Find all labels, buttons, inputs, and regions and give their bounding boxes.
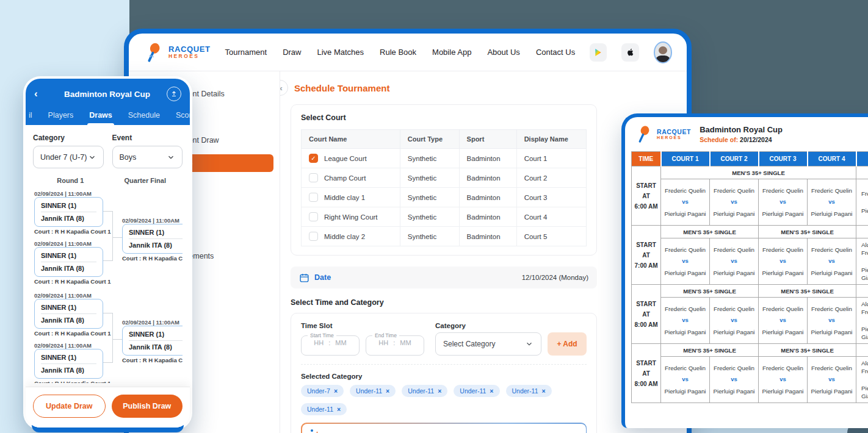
nav-link-rule-book[interactable]: Rule Book (380, 48, 416, 57)
tab-draws[interactable]: Draws (81, 106, 120, 125)
tab-players[interactable]: Players (40, 106, 82, 125)
logo-text: RACQUET HEROES (657, 129, 691, 140)
player-2: Pierluigi Pagani (661, 269, 709, 277)
tab-scorer[interactable]: Scorer (168, 106, 190, 125)
filters-row: Category Under 7 (U-7) Event Boys (33, 134, 183, 168)
update-draw-button[interactable]: Update Draw (33, 395, 106, 418)
category-cell (856, 344, 868, 357)
mobile-draw-panel: ‹ Badminton Royal Cup ilPlayersDrawsSche… (23, 76, 192, 430)
time-colon: : (393, 339, 395, 346)
court-checkbox[interactable] (309, 154, 318, 163)
match-cell: Frederic QuelinvsPierluigi Pagani (759, 179, 808, 226)
tab-il[interactable]: il (26, 106, 40, 125)
tab-schedule[interactable]: Schedule (120, 106, 168, 125)
hh-placeholder[interactable]: HH (378, 339, 388, 346)
court-checkbox[interactable] (309, 212, 318, 221)
nav-link-contact-us[interactable]: Contact Us (536, 48, 575, 57)
schedule-export-panel: RACQUET HEROES Badminton Royal Cup Sched… (621, 113, 868, 428)
category-cell: MEN'S 35+ SINGLE (661, 166, 856, 179)
chip-remove-icon[interactable]: × (334, 387, 338, 395)
vs-label: vs (710, 257, 758, 265)
mm-placeholder[interactable]: MM (335, 339, 346, 346)
match-datetime: 02/09/2024 | 11:00AM (122, 319, 179, 326)
category-label: Category (435, 322, 587, 329)
share-button[interactable] (167, 87, 181, 101)
chevron-down-icon (167, 153, 175, 162)
event-filter-value: Boys (120, 153, 137, 162)
match-cell: Frederic QuelinvsPierluigi Pagani (808, 238, 856, 285)
match-cell-court5: Aldo VFredePierluiGiamp (856, 357, 868, 403)
end-time-input[interactable]: End Time HH : MM (366, 332, 424, 356)
start-time-input[interactable]: Start Time HH : MM (301, 332, 360, 356)
court-checkbox[interactable] (309, 193, 318, 202)
content-stack: Select Court Court NameCourt TypeSportDi… (291, 104, 597, 433)
warning-inner: You have add more matches than given tim… (302, 424, 586, 433)
match-cell: Frederic QuelinvsPierluigi Pagani (710, 298, 759, 344)
nav-link-draw[interactable]: Draw (283, 48, 301, 57)
add-button[interactable]: + Add (548, 332, 587, 356)
chip-remove-icon[interactable]: × (542, 387, 546, 395)
sidebar-collapse-button[interactable]: « (280, 80, 288, 96)
hh-placeholder[interactable]: HH (314, 339, 324, 346)
quarterfinal-match-box[interactable]: SINNER (1)Jannik ITA (8) (122, 224, 183, 254)
player-1: SINNER (1) (41, 302, 96, 313)
schedule-of-line: Schedule of: 20/12/2024 (700, 136, 783, 143)
player-1: SINNER (1) (41, 200, 96, 211)
racquet-logo-icon (635, 125, 653, 143)
nav-link-live-matches[interactable]: Live Matches (317, 48, 364, 57)
start-at-label: START AT (632, 181, 660, 201)
round1-match-box[interactable]: SINNER (1)Jannik ITA (8) (34, 299, 103, 329)
chip-remove-icon[interactable]: × (438, 387, 441, 395)
google-play-button[interactable] (590, 43, 607, 62)
chip-remove-icon[interactable]: × (490, 387, 493, 395)
schedule-panel-header: RACQUET HEROES Badminton Royal Cup Sched… (625, 117, 868, 143)
nav-link-tournament[interactable]: Tournament (225, 48, 267, 57)
player-1: Frederic Quelin (759, 364, 807, 372)
player-line: Giamp (861, 333, 868, 341)
main-app-window: RACQUET HEROES TournamentDrawLive Matche… (124, 29, 692, 433)
category-cell: MEN'S 35+ SINGLE (661, 226, 759, 238)
category-chip: Under-11× (506, 385, 552, 397)
user-avatar[interactable] (654, 41, 673, 63)
start-time-value: 8:00 AM (632, 379, 660, 389)
end-time-legend: End Time (372, 332, 399, 338)
category-select[interactable]: Select Category (435, 332, 541, 356)
start-time-legend: Start Time (308, 332, 336, 338)
mm-placeholder[interactable]: MM (400, 339, 411, 346)
round1-match-box[interactable]: SINNER (1)Jannik ITA (8) (34, 247, 103, 277)
selected-category-label: Selected Category (301, 373, 587, 380)
round1-match-box[interactable]: SINNER (1)Jannik ITA (8) (34, 349, 103, 379)
category-filter-select[interactable]: Under 7 (U-7) (33, 146, 104, 168)
chip-remove-icon[interactable]: × (386, 387, 389, 395)
court-checkbox[interactable] (309, 173, 318, 182)
mobile-panel-header: ‹ Badminton Royal Cup ilPlayersDrawsSche… (26, 79, 190, 125)
match-datetime: 02/09/2024 | 11:00AM (34, 342, 92, 349)
vs-gap (861, 198, 868, 207)
court-row: Middle clay 2SyntheticBadmintonCourt 5 (302, 227, 587, 246)
chip-remove-icon[interactable]: × (337, 406, 341, 413)
court-checkbox[interactable] (309, 232, 318, 241)
player-2: Pierluigi Pagani (661, 328, 709, 336)
vs-label: vs (759, 198, 807, 206)
player-2: Pierluigi Pagani (759, 269, 807, 277)
schedule-match-row: Frederic QuelinvsPierluigi PaganiFrederi… (632, 298, 868, 344)
court-column-header: COURT 3 (759, 152, 808, 166)
player-line: Aldo V (861, 241, 868, 249)
date-bar[interactable]: Date 12/10/2024 (Monday) (291, 267, 597, 288)
date-label[interactable]: Date (314, 273, 331, 282)
round1-match-box[interactable]: SINNER (1)Jannik ITA (8) (34, 197, 103, 227)
quarterfinal-match-box[interactable]: SINNER (1)Jannik ITA (8) (122, 326, 183, 356)
category-chip: Under-11× (402, 385, 447, 397)
google-play-icon (593, 48, 603, 57)
nav-link-mobile-app[interactable]: Mobile App (432, 48, 471, 57)
app-store-button[interactable] (621, 43, 638, 62)
event-filter-select[interactable]: Boys (112, 146, 183, 168)
court-col-header: Display Name (516, 130, 586, 149)
court-table: Court NameCourt TypeSportDisplay Name Le… (301, 129, 587, 246)
nav-link-about-us[interactable]: About Us (487, 48, 519, 57)
publish-draw-button[interactable]: Publish Draw (112, 395, 183, 418)
racquet-heroes-logo[interactable]: RACQUET HEROES (143, 42, 210, 63)
back-button[interactable]: ‹ (34, 88, 48, 100)
top-navbar: RACQUET HEROES TournamentDrawLive Matche… (129, 34, 687, 71)
vs-label: vs (661, 376, 709, 384)
